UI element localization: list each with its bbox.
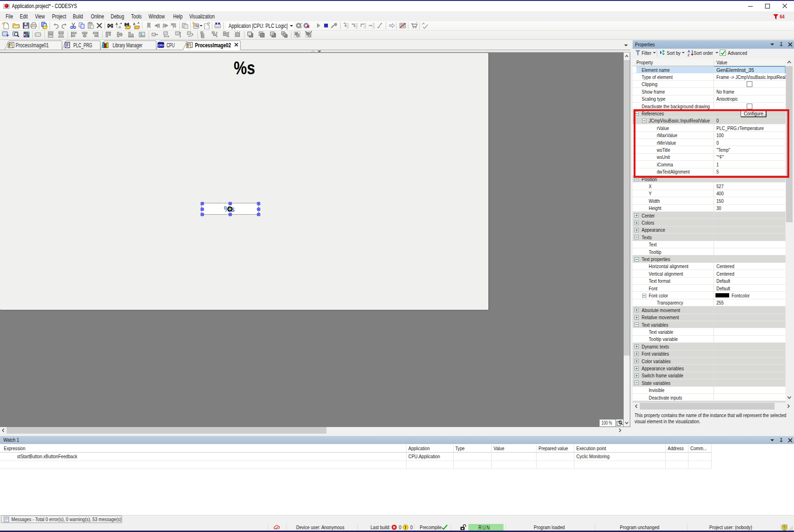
svg-text:PLC_PRG: PLC_PRG: [73, 42, 92, 49]
svg-text:ProcessImage01: ProcessImage01: [16, 42, 49, 49]
svg-text:CPU: CPU: [167, 42, 175, 49]
svg-text:ProcessImage02: ProcessImage02: [195, 42, 231, 49]
svg-text:A: A: [115, 22, 118, 26]
svg-text:B: B: [119, 26, 121, 29]
svg-text:Library Manager: Library Manager: [113, 42, 142, 49]
svg-text:CPU: CPU: [158, 44, 164, 47]
svg-text:Z: Z: [688, 53, 690, 56]
svg-text:A: A: [133, 22, 135, 26]
